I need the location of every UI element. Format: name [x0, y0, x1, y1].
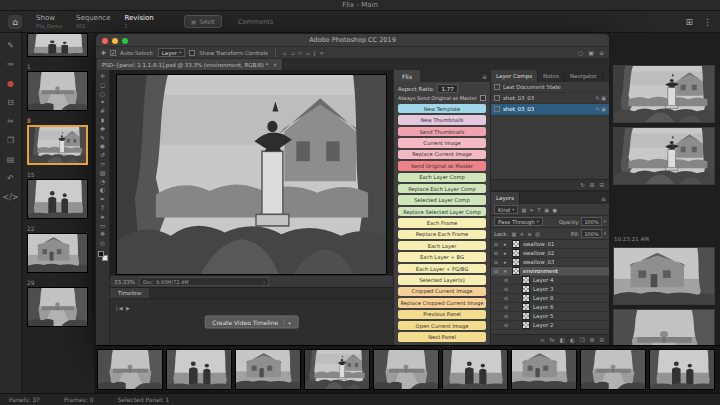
- record-icon[interactable]: ●: [7, 80, 14, 88]
- hand-tool[interactable]: ✥: [100, 230, 105, 238]
- minimize-button[interactable]: [112, 38, 118, 44]
- flix-action-button[interactable]: Send Original as Master: [398, 161, 486, 170]
- new-comp-icon[interactable]: ⊞: [590, 182, 595, 188]
- layer-row[interactable]: ⊙ swallow_03: [491, 258, 609, 267]
- flix-action-button[interactable]: Replace Selected Layer Comp: [398, 207, 486, 216]
- lasso-tool[interactable]: ○: [100, 90, 105, 98]
- new-layer-icon[interactable]: ⊞: [590, 337, 595, 343]
- stamp-tool[interactable]: ◉: [100, 142, 105, 150]
- filter-type-icons[interactable]: ▦ ✒ T ▣ ●: [521, 207, 557, 213]
- tab-close-icon[interactable]: ×: [272, 61, 277, 68]
- flix-action-button[interactable]: Previous Panel: [398, 310, 486, 319]
- blur-tool[interactable]: ◔: [100, 178, 105, 186]
- save-button[interactable]: ▣ SAVE: [184, 15, 222, 28]
- layer-row[interactable]: ⊙ Layer 2: [491, 321, 609, 330]
- panel-thumbnail[interactable]: [27, 71, 88, 111]
- layer-row[interactable]: ⊙ Layer 3: [491, 285, 609, 294]
- flix-action-button[interactable]: Each Frame: [398, 218, 486, 227]
- comp-apply-box[interactable]: [494, 84, 500, 90]
- zoom-tool[interactable]: ◎: [100, 239, 105, 247]
- create-video-timeline-button[interactable]: Create Video Timeline ▾: [204, 316, 299, 329]
- panel-thumbnail[interactable]: [27, 125, 88, 165]
- visibility-icon[interactable]: ⊙: [494, 268, 501, 274]
- flix-action-button[interactable]: New Thumbnails: [398, 115, 486, 124]
- flix-action-button[interactable]: Replace Each Frame: [398, 230, 486, 239]
- panel-tab[interactable]: Navigator: [565, 70, 603, 82]
- layer-comp-row[interactable]: Last Document State ↻ ▣: [491, 82, 609, 93]
- version-preview[interactable]: [613, 65, 715, 123]
- layer-row[interactable]: ⊙ Layer 8: [491, 294, 609, 303]
- flix-action-button[interactable]: Each Layer: [398, 241, 486, 250]
- flix-action-button[interactable]: Replace Cropped Current Image: [398, 298, 486, 307]
- brush-icon[interactable]: ✑: [7, 61, 14, 69]
- lock-icons[interactable]: ▦ ✛ ⊕ ▨: [511, 231, 541, 237]
- visibility-icon[interactable]: ⊙: [494, 250, 501, 256]
- panel-thumbnail-item[interactable]: 8: [27, 117, 89, 165]
- group-icon[interactable]: ❐: [580, 337, 585, 343]
- version-preview[interactable]: [613, 309, 715, 345]
- layer-row[interactable]: ⊙ swallow_02: [491, 249, 609, 258]
- flix-action-button[interactable]: Replace Each Layer Comp: [398, 184, 486, 193]
- layer-row[interactable]: ⊙ environment: [491, 267, 609, 276]
- clipboard-icon[interactable]: ▤: [7, 156, 15, 164]
- filter-kind-dropdown[interactable]: Kind ▾: [494, 205, 518, 214]
- flix-action-button[interactable]: Each Layer Comp: [398, 173, 486, 182]
- foreground-color[interactable]: [98, 251, 104, 257]
- comments-button[interactable]: Comments: [238, 18, 273, 26]
- panel-thumbnail-item[interactable]: 22: [27, 225, 89, 273]
- path-select-tool[interactable]: ➤: [100, 213, 105, 221]
- opacity-value[interactable]: 100%: [581, 217, 601, 226]
- filmstrip-thumbnail[interactable]: [442, 349, 508, 390]
- panel-menu-icon[interactable]: ≡: [482, 70, 490, 82]
- panel-thumbnail-item[interactable]: 1: [27, 63, 89, 111]
- move-tool[interactable]: ✛: [100, 72, 105, 80]
- filmstrip-thumbnail[interactable]: [304, 349, 370, 390]
- panel-thumbnail-item[interactable]: 15: [27, 171, 89, 219]
- layer-comp-row[interactable]: shot_03_03 ↻ ▣: [491, 104, 609, 115]
- visibility-icon[interactable]: ⊙: [504, 295, 511, 301]
- pencil-icon[interactable]: ✎: [7, 42, 14, 50]
- visibility-icon[interactable]: ⊙: [494, 259, 501, 265]
- timeline-tab[interactable]: Timeline: [110, 288, 149, 298]
- eyedropper-tool[interactable]: ◗: [101, 116, 104, 124]
- visibility-icon[interactable]: ⊙: [504, 304, 511, 310]
- workspace-icon[interactable]: ▣: [588, 49, 594, 56]
- version-preview[interactable]: [613, 127, 715, 185]
- aspect-ratio-value[interactable]: 1.77: [437, 84, 457, 93]
- mask-icon[interactable]: ◧: [560, 337, 565, 343]
- version-preview[interactable]: [613, 247, 715, 305]
- type-tool[interactable]: T: [101, 204, 105, 212]
- header-nav-item[interactable]: Show Flix_Demo: [36, 15, 62, 29]
- filmstrip-thumbnail[interactable]: [580, 349, 646, 390]
- scissors-icon[interactable]: ✂: [7, 118, 14, 126]
- auto-select-checkbox[interactable]: ✓: [110, 50, 116, 56]
- comp-row-icons[interactable]: ↻ ▣: [595, 106, 606, 112]
- panel-thumbnail-item[interactable]: [27, 33, 89, 57]
- comp-apply-box[interactable]: [494, 95, 500, 101]
- filmstrip-thumbnail[interactable]: [97, 349, 163, 390]
- panel-thumbnail[interactable]: [27, 33, 88, 57]
- search-icon[interactable]: ○: [578, 49, 583, 56]
- delete-icon[interactable]: ⊟: [599, 337, 604, 343]
- zoom-level[interactable]: 33.33%: [114, 279, 135, 285]
- filmstrip-thumbnail[interactable]: [511, 349, 577, 390]
- trash-icon[interactable]: ⊟: [7, 99, 14, 107]
- flix-action-button[interactable]: Next Panel: [398, 332, 486, 341]
- panel-tab[interactable]: Notes: [538, 70, 565, 82]
- timeline-transport-controls[interactable]: |◀ ▶: [116, 305, 131, 311]
- history-brush-tool[interactable]: ↺: [100, 151, 105, 159]
- visibility-icon[interactable]: ⊙: [504, 286, 511, 292]
- comp-row-icons[interactable]: ↻ ▣: [595, 95, 606, 101]
- show-transform-checkbox[interactable]: [189, 50, 195, 56]
- filmstrip-thumbnail[interactable]: [166, 349, 232, 390]
- dodge-tool[interactable]: ◐: [100, 186, 105, 194]
- code-icon[interactable]: </>: [2, 194, 18, 202]
- flix-action-button[interactable]: New Template: [398, 104, 486, 113]
- delete-comp-icon[interactable]: ⊟: [599, 182, 604, 188]
- flix-action-button[interactable]: Each Layer + FG/BG: [398, 264, 486, 273]
- visibility-icon[interactable]: ⊙: [504, 322, 511, 328]
- comp-apply-box[interactable]: [494, 106, 500, 112]
- layers-tab[interactable]: Layers: [491, 192, 520, 204]
- grid-view-icon[interactable]: ⊞: [685, 17, 693, 27]
- flix-action-button[interactable]: Open Current Image: [398, 321, 486, 330]
